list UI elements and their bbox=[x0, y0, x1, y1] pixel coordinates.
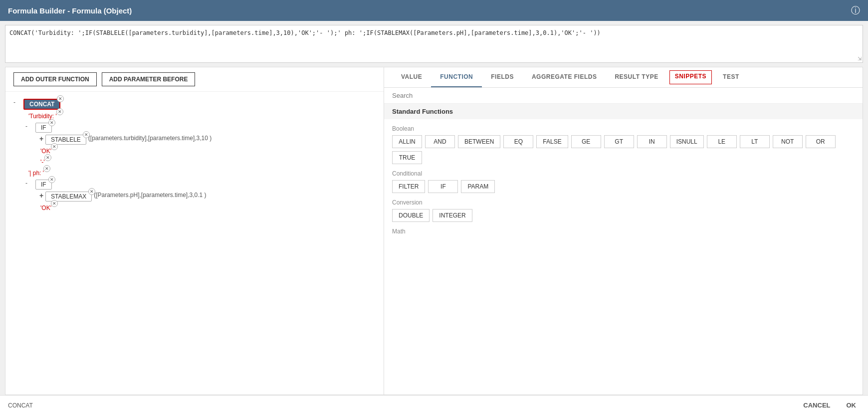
formula-tree: - CONCAT ✕ 'Turbidity: ' ✕ bbox=[5, 92, 384, 394]
close-concat[interactable]: ✕ bbox=[57, 95, 64, 102]
func-if[interactable]: IF bbox=[428, 180, 458, 193]
tab-snippets[interactable]: SNIPPETS bbox=[669, 70, 712, 84]
tab-value[interactable]: VALUE bbox=[392, 67, 431, 87]
func-and[interactable]: AND bbox=[425, 135, 455, 148]
status-bar: CONCAT CANCEL OK bbox=[0, 395, 868, 409]
stablele-params: ([parameters.turbidity],[parameters.time… bbox=[88, 135, 212, 142]
standard-functions-header: Standard Functions bbox=[384, 104, 863, 119]
tree-node-ok1: 'OK' ✕ bbox=[37, 147, 376, 156]
ok-button[interactable]: OK bbox=[843, 400, 861, 409]
func-le[interactable]: LE bbox=[707, 135, 737, 148]
func-or[interactable]: OR bbox=[806, 135, 836, 148]
tree-node-ph: '| ph: ' ✕ bbox=[25, 169, 376, 178]
formula-bar: CONCAT('Turbidity: ';IF(STABLELE([parame… bbox=[5, 25, 863, 63]
close-dash1[interactable]: ✕ bbox=[44, 154, 51, 161]
func-in[interactable]: IN bbox=[637, 135, 667, 148]
close-ph[interactable]: ✕ bbox=[43, 165, 50, 172]
tab-result-type[interactable]: RESULT TYPE bbox=[606, 67, 667, 87]
tree-indent-1: 'Turbidity: ' ✕ - IF ✕ + bbox=[13, 112, 376, 212]
add-parameter-before-button[interactable]: ADD PARAMETER BEFORE bbox=[102, 72, 196, 86]
func-lt[interactable]: LT bbox=[740, 135, 770, 148]
boolean-buttons: ALLIN AND BETWEEN EQ FALSE GE GT IN ISNU… bbox=[392, 135, 855, 164]
tabs-row: VALUE FUNCTION FIELDS AGGREGATE FIELDS R… bbox=[384, 67, 863, 88]
toolbar: ADD OUTER FUNCTION ADD PARAMETER BEFORE bbox=[5, 67, 384, 92]
tab-fields[interactable]: FIELDS bbox=[482, 67, 523, 87]
func-isnull[interactable]: ISNULL bbox=[670, 135, 704, 148]
main-area: ADD OUTER FUNCTION ADD PARAMETER BEFORE … bbox=[5, 67, 863, 395]
func-not[interactable]: NOT bbox=[773, 135, 803, 148]
func-param[interactable]: PARAM bbox=[461, 180, 495, 193]
tree-node-dash1: '-' ✕ bbox=[37, 158, 376, 167]
search-input[interactable] bbox=[392, 92, 855, 99]
func-filter[interactable]: FILTER bbox=[392, 180, 425, 193]
tab-aggregate-fields[interactable]: AGGREGATE FIELDS bbox=[523, 67, 606, 87]
close-ok1[interactable]: ✕ bbox=[51, 143, 58, 150]
functions-panel: Standard Functions Boolean ALLIN AND BET… bbox=[384, 104, 863, 395]
tree-indent-if2: + STABLEMAX ✕ ([Parameters.pH],[paramete… bbox=[25, 192, 376, 212]
close-turbidity[interactable]: ✕ bbox=[56, 108, 63, 115]
func-gt[interactable]: GT bbox=[604, 135, 634, 148]
action-buttons: CANCEL OK bbox=[799, 400, 860, 409]
title-bar: Formula Builder - Formula (Object) ⓘ bbox=[0, 0, 868, 21]
category-conversion: Conversion bbox=[392, 199, 855, 206]
tree-node-if1: - IF ✕ bbox=[25, 123, 376, 133]
close-if2[interactable]: ✕ bbox=[48, 176, 55, 183]
tree-node-if2: - IF ✕ bbox=[25, 180, 376, 190]
func-double[interactable]: DOUBLE bbox=[392, 209, 430, 222]
close-if1[interactable]: ✕ bbox=[48, 119, 55, 126]
tree-node-concat: - CONCAT ✕ bbox=[13, 99, 376, 110]
toggle-if2[interactable]: - bbox=[25, 180, 33, 187]
func-ge[interactable]: GE bbox=[571, 135, 601, 148]
toggle-if1[interactable]: - bbox=[25, 123, 33, 130]
conditional-buttons: FILTER IF PARAM bbox=[392, 180, 855, 193]
close-stablele[interactable]: ✕ bbox=[83, 131, 90, 138]
toggle-concat[interactable]: - bbox=[13, 99, 21, 106]
add-outer-function-button[interactable]: ADD OUTER FUNCTION bbox=[13, 72, 97, 86]
tab-test[interactable]: TEST bbox=[714, 67, 748, 87]
close-ok2[interactable]: ✕ bbox=[51, 200, 58, 207]
func-integer[interactable]: INTEGER bbox=[433, 209, 472, 222]
func-true[interactable]: TRUE bbox=[392, 151, 422, 164]
func-eq[interactable]: EQ bbox=[503, 135, 533, 148]
concat-chip[interactable]: CONCAT bbox=[23, 99, 60, 110]
func-between[interactable]: BETWEEN bbox=[458, 135, 500, 148]
tab-function[interactable]: FUNCTION bbox=[431, 67, 482, 87]
tree-indent-if1: + STABLELE ✕ ([parameters.turbidity],[pa… bbox=[25, 135, 376, 167]
left-panel: ADD OUTER FUNCTION ADD PARAMETER BEFORE … bbox=[5, 67, 384, 395]
stablemax-params: ([Parameters.pH],[parameters.time],3,0.1… bbox=[94, 192, 206, 199]
info-icon[interactable]: ⓘ bbox=[851, 4, 860, 16]
func-false[interactable]: FALSE bbox=[536, 135, 568, 148]
tree-node-turbidity: 'Turbidity: ' ✕ bbox=[25, 112, 376, 121]
tree-node-ok2: 'OK' ✕ bbox=[37, 204, 376, 212]
func-allin[interactable]: ALLIN bbox=[392, 135, 422, 148]
plus-stablele[interactable]: + bbox=[37, 135, 45, 143]
category-math: Math bbox=[392, 228, 855, 235]
stablele-chip[interactable]: STABLELE bbox=[45, 135, 86, 145]
conversion-buttons: DOUBLE INTEGER bbox=[392, 209, 855, 222]
tree-node-stablele: + STABLELE ✕ ([parameters.turbidity],[pa… bbox=[37, 135, 376, 145]
resize-handle[interactable]: ⇲ bbox=[858, 56, 862, 61]
plus-stablemax[interactable]: + bbox=[37, 192, 45, 200]
category-conditional: Conditional bbox=[392, 170, 855, 177]
string-turbidity[interactable]: 'Turbidity: ' bbox=[25, 112, 60, 121]
status-label: CONCAT bbox=[8, 402, 33, 409]
tree-node-stablemax: + STABLEMAX ✕ ([Parameters.pH],[paramete… bbox=[37, 192, 376, 202]
formula-input[interactable]: CONCAT('Turbidity: ';IF(STABLELE([parame… bbox=[9, 29, 859, 57]
category-boolean: Boolean bbox=[392, 125, 855, 132]
cancel-button[interactable]: CANCEL bbox=[799, 400, 834, 409]
app-title: Formula Builder - Formula (Object) bbox=[8, 6, 132, 15]
right-panel: VALUE FUNCTION FIELDS AGGREGATE FIELDS R… bbox=[384, 67, 863, 395]
search-bar bbox=[384, 88, 863, 104]
